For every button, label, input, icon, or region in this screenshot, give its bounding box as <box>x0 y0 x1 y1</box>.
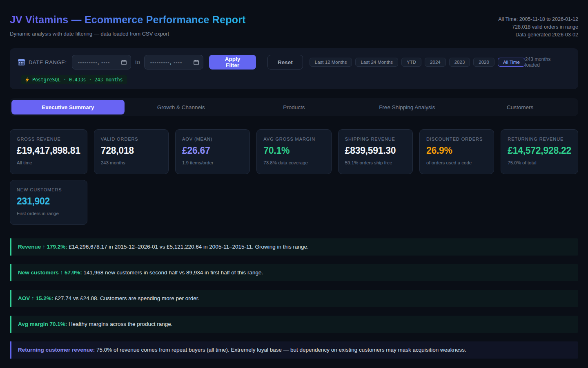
meta-all-time-range: All Time: 2005-11-18 to 2026-01-12 <box>498 16 578 23</box>
kpi-label: VALID ORDERS <box>101 137 162 141</box>
meta-generated-date: Data generated 2026-03-02 <box>498 31 578 39</box>
kpi-sub: 75.0% of total <box>508 160 571 165</box>
insight-new-customers-growth: New customers ↑ 57.9%: 141,968 new custo… <box>10 264 578 281</box>
page-title: JV Vitamins — Ecommerce Performance Repo… <box>10 14 246 26</box>
kpi-value: 231,902 <box>17 196 80 207</box>
insight-text: Healthy margins across the product range… <box>67 321 172 327</box>
kpi-sub: First orders in range <box>17 211 80 216</box>
insight-text: £14,296,678.17 in 2015-12–2026-01 vs £5,… <box>67 244 309 250</box>
kpi-label: AOV (MEAN) <box>182 137 243 141</box>
kpi-value: 26.9% <box>426 145 487 156</box>
date-range-label: DATE RANGE: <box>29 59 67 65</box>
kpi-sub: 73.8% data coverage <box>263 160 324 165</box>
chip-ytd[interactable]: YTD <box>401 58 421 67</box>
kpi-label: SHIPPING REVENUE <box>345 137 406 141</box>
insight-revenue-growth: Revenue ↑ 179.2%: £14,296,678.17 in 2015… <box>10 238 578 256</box>
insight-text: £27.74 vs £24.08. Customers are spending… <box>53 295 199 301</box>
date-to-placeholder: ---------, ---- <box>150 59 183 65</box>
tab-executive-summary[interactable]: Executive Summary <box>11 100 125 114</box>
date-picker-icon[interactable] <box>121 60 127 65</box>
insight-avg-margin: Avg margin 70.1%: Healthy margins across… <box>10 316 578 333</box>
kpi-label: NEW CUSTOMERS <box>17 187 80 192</box>
page-subtitle: Dynamic analysis with date filtering — d… <box>10 31 578 37</box>
kpi-label: DISCOUNTED ORDERS <box>426 137 487 141</box>
calendar-icon <box>18 59 25 65</box>
kpi-card-returning-revenue: RETURNING REVENUE £14,572,928.22 75.0% o… <box>501 129 578 174</box>
to-label: to <box>135 59 140 65</box>
kpi-sub: 59.1% orders ship free <box>345 160 406 165</box>
insight-lead: Returning customer revenue: <box>18 347 95 353</box>
kpi-card-new-customers: NEW CUSTOMERS 231,902 First orders in ra… <box>10 180 87 225</box>
kpi-card-aov-mean: AOV (MEAN) £26.67 1.9 items/order <box>175 129 250 174</box>
report-tabs: Executive Summary Growth & Channels Prod… <box>10 98 578 116</box>
date-picker-icon[interactable] <box>194 60 199 65</box>
reset-button[interactable]: Reset <box>267 55 303 70</box>
kpi-value: £839,591.30 <box>345 145 406 156</box>
chip-last-24-months[interactable]: Last 24 Months <box>355 58 398 67</box>
chip-2023[interactable]: 2023 <box>449 58 470 67</box>
insight-lead: New customers ↑ 57.9%: <box>18 269 82 276</box>
kpi-sub: All time <box>17 160 80 165</box>
filter-controls-row: DATE RANGE: ---------, ---- to ---------… <box>18 55 570 70</box>
insights-list: Revenue ↑ 179.2%: £14,296,678.17 in 2015… <box>10 238 578 359</box>
kpi-value: £14,572,928.22 <box>508 145 571 156</box>
tab-products[interactable]: Products <box>238 100 351 114</box>
kpi-sub: 1.9 items/order <box>182 160 243 165</box>
db-status-text: PostgreSQL · 0.433s · 243 months <box>32 77 123 83</box>
kpi-card-discounted-orders: DISCOUNTED ORDERS 26.9% of orders used a… <box>419 129 494 174</box>
tab-growth-channels[interactable]: Growth & Channels <box>125 100 238 114</box>
apply-filter-button[interactable]: Apply Filter <box>209 55 256 70</box>
header-meta: All Time: 2005-11-18 to 2026-01-12 728,0… <box>498 16 578 39</box>
kpi-value: £19,417,898.81 <box>17 145 80 156</box>
insight-lead: Revenue ↑ 179.2%: <box>18 244 67 250</box>
date-filter-bar: DATE RANGE: ---------, ---- to ---------… <box>10 48 578 89</box>
insight-lead: AOV ↑ 15.2%: <box>18 295 53 301</box>
chip-2020[interactable]: 2020 <box>473 58 494 67</box>
kpi-sub: of orders used a code <box>426 160 487 165</box>
chip-2024[interactable]: 2024 <box>425 58 446 67</box>
chip-last-12-months[interactable]: Last 12 Months <box>310 58 352 67</box>
date-from-placeholder: ---------, ---- <box>78 59 110 65</box>
lightning-bolt-icon <box>25 77 29 83</box>
kpi-card-avg-gross-margin: AVG GROSS MARGIN 70.1% 73.8% data covera… <box>256 129 331 174</box>
insight-aov-growth: AOV ↑ 15.2%: £27.74 vs £24.08. Customers… <box>10 290 578 307</box>
db-status-badge: PostgreSQL · 0.433s · 243 months <box>21 75 127 84</box>
kpi-label: AVG GROSS MARGIN <box>263 137 324 141</box>
kpi-sub: 243 months <box>101 160 162 165</box>
meta-valid-orders: 728,018 valid orders in range <box>498 23 578 31</box>
months-loaded-label: 243 months loaded <box>525 56 570 68</box>
insight-returning-customer-revenue: Returning customer revenue: 75.0% of rev… <box>10 341 578 359</box>
chip-all-time[interactable]: All Time <box>498 58 525 67</box>
date-to-input[interactable]: ---------, ---- <box>144 55 203 70</box>
kpi-value: 728,018 <box>101 145 162 156</box>
insight-text: 141,968 new customers in second half vs … <box>82 269 263 276</box>
header: JV Vitamins — Ecommerce Performance Repo… <box>10 0 578 37</box>
kpi-card-shipping-revenue: SHIPPING REVENUE £839,591.30 59.1% order… <box>338 129 413 174</box>
kpi-value: £26.67 <box>182 145 243 156</box>
kpi-value: 70.1% <box>263 145 324 156</box>
tab-customers[interactable]: Customers <box>463 100 577 114</box>
kpi-grid: GROSS REVENUE £19,417,898.81 All time VA… <box>10 129 578 225</box>
kpi-card-gross-revenue: GROSS REVENUE £19,417,898.81 All time <box>10 129 87 174</box>
insight-lead: Avg margin 70.1%: <box>18 321 67 327</box>
tab-free-shipping-analysis[interactable]: Free Shipping Analysis <box>350 100 463 114</box>
kpi-label: RETURNING REVENUE <box>508 137 571 141</box>
page: JV Vitamins — Ecommerce Performance Repo… <box>0 0 588 359</box>
kpi-label: GROSS REVENUE <box>17 137 80 141</box>
insight-text: 75.0% of revenue comes from repeat buyer… <box>95 347 466 353</box>
quick-range-chips: Last 12 Months Last 24 Months YTD 2024 2… <box>310 58 525 67</box>
kpi-card-valid-orders: VALID ORDERS 728,018 243 months <box>94 129 169 174</box>
date-from-input[interactable]: ---------, ---- <box>72 55 131 70</box>
